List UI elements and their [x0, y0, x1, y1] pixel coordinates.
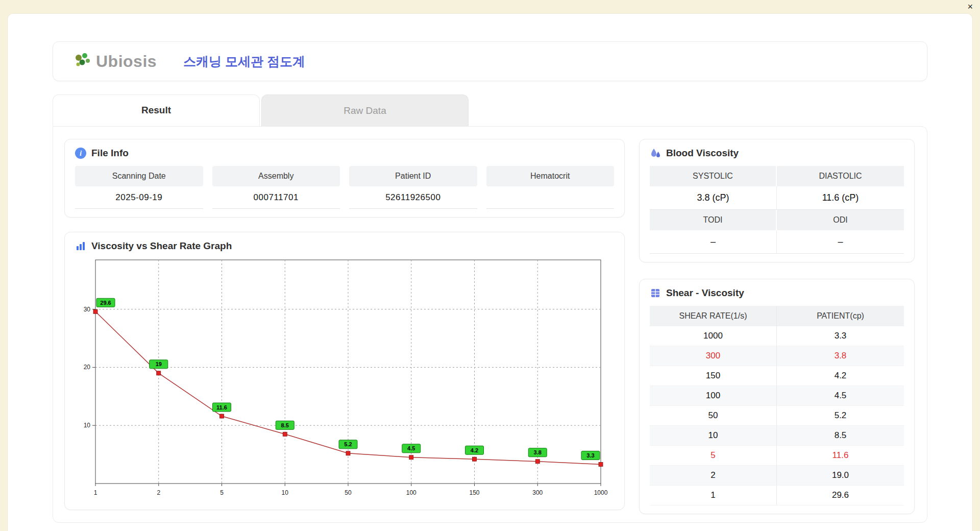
- table-row: 1 29.6: [650, 486, 904, 505]
- field-value: 52611926500: [349, 186, 477, 209]
- header: Ubiosis 스캐닝 모세관 점도계: [53, 41, 927, 81]
- result-panel: i File Info Scanning Date 2025-09-19 Ass…: [53, 126, 927, 523]
- shear-cell: 5: [650, 446, 777, 465]
- table-row: 300 3.8: [650, 346, 904, 366]
- shear-cell: 1: [650, 486, 777, 505]
- svg-text:30: 30: [84, 306, 91, 313]
- shear-viscosity-table: SHEAR RATE(1/s) PATIENT(cp) 1000 3.3 300…: [650, 306, 904, 505]
- svg-text:150: 150: [469, 489, 479, 496]
- svg-text:1: 1: [94, 489, 97, 496]
- svg-text:10: 10: [84, 422, 91, 429]
- svg-text:10: 10: [282, 489, 289, 496]
- viscosity-shear-chart: 1020301251050100150300100029.61911.68.55…: [75, 257, 609, 501]
- svg-text:1000: 1000: [594, 489, 608, 496]
- patient-cell: 11.6: [777, 446, 904, 465]
- col-patient: PATIENT(cp): [777, 306, 904, 326]
- viscosity-graph-card: Viscosity vs Shear Rate Graph 1020301251…: [64, 232, 625, 510]
- field-value: 2025-09-19: [75, 186, 203, 209]
- close-icon[interactable]: ×: [967, 1, 973, 12]
- diastolic-label: DIASTOLIC: [777, 166, 904, 186]
- app-window: Ubiosis 스캐닝 모세관 점도계 Result Raw Data i Fi…: [7, 13, 973, 531]
- shear-cell: 1000: [650, 326, 777, 346]
- patient-cell: 5.2: [777, 406, 904, 425]
- blood-viscosity-table: SYSTOLIC DIASTOLIC 3.8 (cP) 11.6 (cP) TO…: [650, 166, 904, 254]
- odi-label: ODI: [777, 210, 904, 230]
- tab-raw-data[interactable]: Raw Data: [261, 94, 469, 126]
- svg-text:5: 5: [220, 489, 224, 496]
- todi-label: TODI: [650, 210, 777, 230]
- field-value: 000711701: [212, 186, 340, 209]
- systolic-value: 3.8 (cP): [650, 186, 777, 210]
- svg-text:8.5: 8.5: [281, 422, 289, 428]
- field-label: Scanning Date: [75, 166, 203, 186]
- table-row: 50 5.2: [650, 406, 904, 426]
- shear-viscosity-heading: Shear - Viscosity: [666, 287, 744, 299]
- page-title: 스캐닝 모세관 점도계: [183, 53, 305, 70]
- blood-viscosity-heading: Blood Viscosity: [666, 148, 739, 159]
- tab-result-label: Result: [141, 105, 171, 116]
- table-row: 5 11.6: [650, 446, 904, 466]
- shear-cell: 300: [650, 346, 777, 366]
- info-icon: i: [75, 148, 86, 159]
- field-hematocrit: Hematocrit: [486, 166, 615, 209]
- odi-value: –: [777, 230, 904, 254]
- graph-heading: Viscosity vs Shear Rate Graph: [91, 240, 232, 252]
- patient-cell: 8.5: [777, 426, 904, 445]
- field-patient-id: Patient ID 52611926500: [349, 166, 477, 209]
- patient-cell: 19.0: [777, 466, 904, 485]
- tab-result[interactable]: Result: [53, 94, 260, 126]
- tab-raw-data-label: Raw Data: [344, 105, 386, 116]
- svg-text:3.8: 3.8: [534, 449, 542, 455]
- svg-text:2: 2: [157, 489, 160, 496]
- shear-cell: 10: [650, 426, 777, 445]
- logo-text: Ubiosis: [96, 52, 157, 71]
- svg-text:5.2: 5.2: [344, 441, 352, 447]
- table-row: 100 4.5: [650, 386, 904, 406]
- blood-viscosity-card: Blood Viscosity SYSTOLIC DIASTOLIC 3.8 (…: [639, 139, 915, 262]
- shear-cell: 150: [650, 366, 777, 385]
- field-label: Assembly: [212, 166, 340, 186]
- svg-text:4.2: 4.2: [471, 447, 478, 453]
- ubiosis-logo-icon: [74, 51, 93, 72]
- shear-cell: 2: [650, 466, 777, 485]
- table-row: 150 4.2: [650, 366, 904, 386]
- diastolic-value: 11.6 (cP): [777, 186, 904, 210]
- patient-cell: 3.3: [777, 326, 904, 346]
- svg-text:4.5: 4.5: [407, 445, 415, 451]
- table-body: 1000 3.3 300 3.8 150 4.2: [650, 326, 904, 505]
- svg-text:300: 300: [532, 489, 543, 496]
- table-header-row: SHEAR RATE(1/s) PATIENT(cp): [650, 306, 904, 326]
- field-scanning-date: Scanning Date 2025-09-19: [75, 166, 203, 209]
- shear-cell: 50: [650, 406, 777, 425]
- tab-bar: Result Raw Data: [53, 94, 927, 126]
- patient-cell: 3.8: [777, 346, 904, 366]
- field-assembly: Assembly 000711701: [212, 166, 340, 209]
- svg-text:100: 100: [406, 489, 416, 496]
- systolic-label: SYSTOLIC: [650, 166, 777, 186]
- field-label: Hematocrit: [486, 166, 615, 186]
- svg-text:20: 20: [84, 364, 91, 371]
- file-info-card: i File Info Scanning Date 2025-09-19 Ass…: [64, 139, 625, 218]
- svg-text:3.3: 3.3: [586, 452, 594, 458]
- patient-cell: 29.6: [777, 486, 904, 505]
- shear-viscosity-card: Shear - Viscosity SHEAR RATE(1/s) PATIEN…: [639, 279, 915, 514]
- patient-cell: 4.2: [777, 366, 904, 385]
- table-row: 1000 3.3: [650, 326, 904, 346]
- svg-text:50: 50: [345, 489, 352, 496]
- col-shear-rate: SHEAR RATE(1/s): [650, 306, 777, 326]
- table-row: 10 8.5: [650, 426, 904, 446]
- table-grid-icon: [650, 287, 661, 299]
- logo: Ubiosis: [74, 51, 157, 72]
- file-info-heading: File Info: [91, 148, 129, 159]
- patient-cell: 4.5: [777, 386, 904, 405]
- svg-text:29.6: 29.6: [100, 300, 111, 306]
- table-row: 2 19.0: [650, 466, 904, 486]
- svg-text:11.6: 11.6: [216, 404, 227, 411]
- bar-chart-icon: [75, 240, 86, 252]
- todi-value: –: [650, 230, 777, 254]
- blood-droplet-icon: [650, 148, 661, 159]
- svg-text:19: 19: [156, 361, 162, 367]
- field-label: Patient ID: [349, 166, 477, 186]
- shear-cell: 100: [650, 386, 777, 405]
- field-value: [486, 186, 615, 209]
